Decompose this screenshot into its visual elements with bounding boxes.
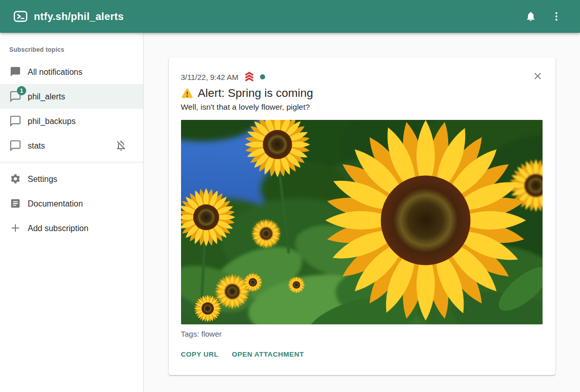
notification-meta: 3/11/22, 9:42 AM [181,71,543,83]
sidebar-item-phil-backups[interactable]: phil_backups [0,109,143,133]
page-title: ntfy.sh/phil_alerts [34,11,124,23]
sidebar-item-label: phil_alerts [28,92,65,101]
sidebar-item-label: Documentation [28,199,83,208]
close-notification-button[interactable] [528,66,548,86]
notifications-muted-icon [115,139,127,152]
notification-body: Well, isn't that a lovely flower, piglet… [181,102,543,112]
chat-bubble-filled-icon [9,66,22,78]
sidebar-item-stats[interactable]: stats [0,133,143,158]
sidebar-item-settings[interactable]: Settings [0,167,143,191]
notification-tags: Tags: flower [181,329,543,338]
kebab-menu-icon [551,11,562,22]
overflow-menu-button[interactable] [546,6,567,27]
sidebar: Subscribed topics All notifications 1 ph… [0,33,144,392]
sidebar-item-label: Settings [28,175,57,183]
open-attachment-button[interactable]: OPEN ATTACHMENT [232,347,304,361]
app-window: ntfy.sh/phil_alerts Subscribed topics [0,0,580,392]
new-indicator-dot [260,74,265,79]
bell-icon [525,11,536,22]
subscribed-topics-label: Subscribed topics [0,35,143,59]
notification-actions: COPY URL OPEN ATTACHMENT [181,347,543,361]
chat-bubble-outline-icon [9,115,22,127]
sidebar-item-phil-alerts[interactable]: 1 phil_alerts [0,84,143,109]
close-icon [532,71,543,81]
unread-count-badge: 1 [17,86,26,95]
sidebar-item-all-notifications[interactable]: All notifications [0,59,143,84]
plus-icon [9,222,22,234]
notification-timestamp: 3/11/22, 9:42 AM [181,73,238,81]
article-icon [9,197,22,210]
notification-title: Alert: Spring is coming [181,87,543,100]
sidebar-item-add-subscription[interactable]: Add subscription [0,216,143,240]
attachment-image[interactable] [181,120,543,324]
chat-bubble-outline-icon [9,139,22,152]
main-content: 3/11/22, 9:42 AM [144,33,580,392]
notification-card: 3/11/22, 9:42 AM [169,57,555,375]
sidebar-item-label: phil_backups [28,117,75,126]
notification-title-text: Alert: Spring is coming [198,87,313,100]
app-bar: ntfy.sh/phil_alerts [0,0,580,33]
sidebar-divider [0,162,143,162]
warning-emoji-icon [181,87,193,99]
max-priority-icon [243,71,256,83]
sidebar-item-label: All notifications [28,68,83,76]
sidebar-item-label: Add subscription [28,224,88,233]
notifications-button[interactable] [521,6,541,27]
sidebar-item-label: stats [28,141,45,150]
ntfy-terminal-logo-icon [13,9,28,24]
sidebar-item-documentation[interactable]: Documentation [0,191,143,216]
copy-url-button[interactable]: COPY URL [181,347,219,361]
chat-bubble-outline-icon: 1 [9,90,22,102]
gear-icon [9,173,22,185]
